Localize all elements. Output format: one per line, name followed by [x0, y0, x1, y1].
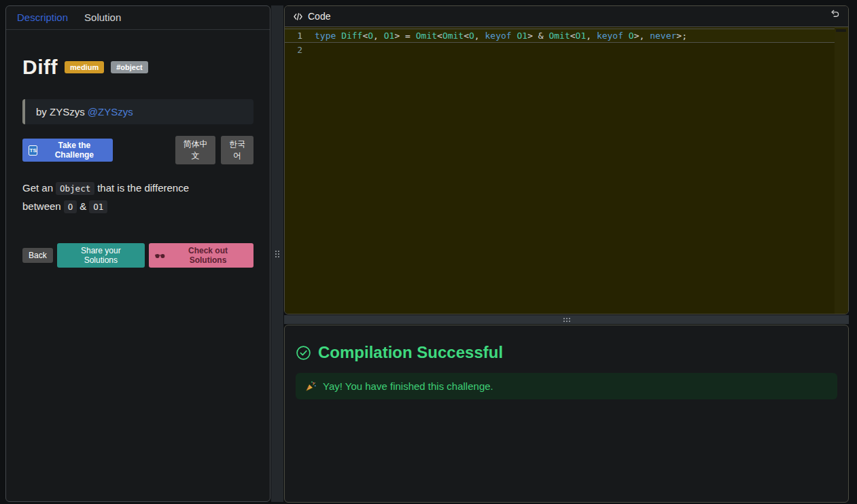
author-quote: by ZYSzys @ZYSzys	[22, 99, 253, 124]
code-line-text: type Diff<O, O1> = Omit<Omit<O, keyof O1…	[315, 29, 687, 42]
code-lines: 1type Diff<O, O1> = Omit<Omit<O, keyof O…	[285, 29, 848, 57]
minimap-line	[836, 29, 846, 32]
lang-zh-button[interactable]: 简体中文	[175, 136, 215, 164]
desc-text-3: &	[80, 200, 86, 212]
minimap[interactable]	[835, 27, 848, 314]
code-icon	[293, 12, 303, 21]
horizontal-resize-handle[interactable]	[284, 315, 849, 324]
drag-dots-icon	[275, 251, 279, 257]
success-message-box: Yay! You have finished this challenge.	[296, 373, 837, 399]
playground-root: Description Solution Diff medium #object…	[0, 0, 857, 504]
party-popper-icon	[305, 380, 317, 392]
typescript-icon: TS	[29, 145, 37, 156]
inline-code-object: Object	[56, 182, 94, 195]
author-link[interactable]: @ZYSzys	[88, 106, 133, 118]
lang-ko-button[interactable]: 한국어	[221, 136, 253, 164]
description-panel: Description Solution Diff medium #object…	[5, 5, 270, 502]
output-content: Compilation Successful Yay! You have fin…	[285, 325, 848, 417]
drag-dots-icon	[563, 318, 570, 322]
tag-badge[interactable]: #object	[111, 61, 148, 73]
line-number: 2	[285, 43, 315, 56]
back-button[interactable]: Back	[22, 248, 53, 263]
reset-code-button[interactable]	[830, 9, 840, 19]
challenge-actions: TS Take the Challenge 简体中文 한국어	[22, 136, 253, 164]
share-solutions-button[interactable]: Share your Solutions	[57, 243, 145, 268]
desc-text-1: Get an	[22, 182, 53, 194]
challenge-title: Diff	[22, 56, 58, 79]
take-challenge-button[interactable]: TS Take the Challenge	[22, 139, 113, 162]
take-challenge-label: Take the Challenge	[41, 141, 107, 160]
code-panel-header: Code	[285, 6, 848, 26]
checkout-solutions-button[interactable]: Check out Solutions	[149, 243, 253, 268]
check-circle-icon	[296, 345, 311, 361]
author-text: by ZYSzys	[36, 106, 88, 118]
sunglasses-icon	[155, 253, 165, 259]
checkout-solutions-label: Check out Solutions	[169, 246, 247, 265]
tab-solution[interactable]: Solution	[84, 12, 121, 23]
code-panel-title: Code	[308, 11, 330, 22]
inline-code-o1: O1	[89, 200, 107, 213]
footer-buttons: Back Share your Solutions Check out Solu…	[22, 243, 253, 268]
difficulty-badge: medium	[65, 61, 104, 73]
code-editor[interactable]: 1type Diff<O, O1> = Omit<Omit<O, keyof O…	[285, 26, 848, 314]
code-line[interactable]: 2	[285, 43, 848, 57]
code-line[interactable]: 1type Diff<O, O1> = Omit<Omit<O, keyof O…	[285, 29, 848, 43]
compile-status-text: Compilation Successful	[318, 343, 503, 362]
undo-arrow-icon	[830, 9, 840, 19]
code-panel: Code 1type Diff<O, O1> = Omit<Omit<O, ke…	[284, 5, 849, 314]
compile-status-heading: Compilation Successful	[296, 343, 837, 362]
left-tabbar: Description Solution	[6, 6, 270, 30]
challenge-description: Get anObjectthat is the difference betwe…	[22, 179, 258, 216]
title-row: Diff medium #object	[22, 56, 253, 79]
line-number: 1	[285, 29, 315, 42]
output-panel: Compilation Successful Yay! You have fin…	[284, 325, 849, 503]
vertical-resize-handle[interactable]	[271, 5, 283, 502]
success-message-text: Yay! You have finished this challenge.	[323, 380, 493, 392]
inline-code-o: O	[64, 200, 77, 213]
tab-description[interactable]: Description	[17, 12, 68, 23]
description-content: Diff medium #object by ZYSzys @ZYSzys TS…	[6, 30, 270, 278]
